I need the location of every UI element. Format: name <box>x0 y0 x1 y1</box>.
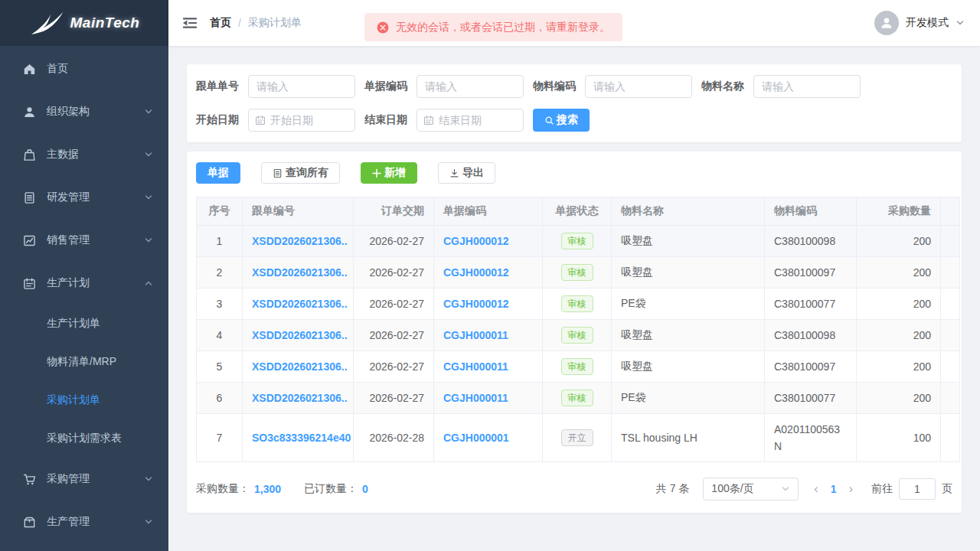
download-icon <box>449 168 459 178</box>
cell-purchase-qty: 200 <box>857 226 941 257</box>
search-button[interactable]: 搜索 <box>533 109 590 132</box>
sidebar-item-production-plan-order[interactable]: 生产计划单 <box>0 305 168 343</box>
cell-bill-status: 审核 <box>543 320 612 351</box>
sidebar-item-label: 首页 <box>47 62 68 76</box>
query-all-button[interactable]: 查询所有 <box>261 162 340 184</box>
status-badge: 审核 <box>561 295 593 312</box>
track-no-link[interactable]: XSDD2026021306.. <box>252 392 348 404</box>
chevron-down-icon <box>956 18 965 28</box>
filter-label-bill-code: 单据编码 <box>364 80 416 93</box>
column-header-material-code: 物料编码 <box>765 197 857 226</box>
filter-label-end-date: 结束日期 <box>364 113 416 127</box>
status-badge: 审核 <box>561 233 593 249</box>
column-header-order-date: 订单交期 <box>354 197 434 226</box>
sidebar-item-master-data[interactable]: 主数据 <box>0 133 168 176</box>
start-date-picker[interactable] <box>248 109 355 132</box>
track-no-input[interactable] <box>248 75 355 98</box>
page-size-value: 100条/页 <box>711 482 753 496</box>
pagination: 共 7 条 100条/页 ‹ 1 › 前往 页 <box>656 478 952 500</box>
sidebar-item-label: 主数据 <box>47 148 79 161</box>
add-button[interactable]: 新增 <box>361 162 417 184</box>
session-error-alert: 无效的会话，或者会话已过期，请重新登录。 <box>364 13 622 41</box>
sidebar-item-home[interactable]: 首页 <box>0 47 168 90</box>
sidebar-item-production[interactable]: 生产管理 <box>0 500 168 543</box>
bill-code-link[interactable]: CGJH000012 <box>443 298 509 310</box>
sidebar-item-label: 生产管理 <box>47 515 90 529</box>
start-date-input[interactable] <box>270 114 348 126</box>
bill-code-input[interactable] <box>416 75 524 98</box>
bag-icon <box>23 148 36 161</box>
end-date-input[interactable] <box>439 114 517 126</box>
status-badge: 审核 <box>561 358 593 375</box>
cell-material-code: C380100097 <box>765 351 857 383</box>
cell-track-no: SO3c833396214e40 <box>243 414 354 462</box>
table-row: 2XSDD2026021306..2026-02-27CGJH000012审核吸… <box>197 257 960 289</box>
material-name-input[interactable] <box>753 75 861 98</box>
bill-code-link[interactable]: CGJH000012 <box>443 266 509 279</box>
bill-code-link[interactable]: CGJH000001 <box>443 432 509 444</box>
bill-code-link[interactable]: CGJH000011 <box>443 392 508 404</box>
cell-purchase-qty: 200 <box>857 351 941 383</box>
cell-bill-code: CGJH000011 <box>434 320 543 351</box>
cell-bill-code: CGJH000011 <box>434 351 543 383</box>
track-no-link[interactable]: XSDD2026021306.. <box>252 235 348 247</box>
end-date-picker[interactable] <box>416 109 524 132</box>
bill-code-link[interactable]: CGJH000012 <box>443 235 509 247</box>
cell-track-no: XSDD2026021306.. <box>243 383 354 414</box>
cell-purchase-qty: 200 <box>857 289 941 320</box>
breadcrumb-home[interactable]: 首页 <box>210 16 231 30</box>
document-icon <box>273 168 283 178</box>
next-page-button[interactable]: › <box>844 482 858 496</box>
goto-page-input[interactable] <box>899 478 936 500</box>
cell-order-date: 2026-02-28 <box>354 414 434 462</box>
cell-seq: 2 <box>197 257 243 289</box>
breadcrumb-separator: / <box>238 17 241 29</box>
cell-blank <box>941 414 960 462</box>
page-size-select[interactable]: 100条/页 <box>703 478 799 500</box>
sidebar-item-purchase-plan-demand[interactable]: 采购计划需求表 <box>0 419 168 458</box>
ordered-qty-label: 已订数量： <box>304 482 358 496</box>
breadcrumb: 首页 / 采购计划单 <box>210 16 302 30</box>
user-menu[interactable]: 开发模式 <box>874 11 965 35</box>
alert-message: 无效的会话，或者会话已过期，请重新登录。 <box>396 21 610 34</box>
table-row: 5XSDD2026021306..2026-02-27CGJH000011审核吸… <box>197 351 960 383</box>
prev-page-button[interactable]: ‹ <box>809 482 822 496</box>
page-number-1[interactable]: 1 <box>823 483 844 495</box>
sidebar-item-mrp[interactable]: 物料清单/MRP <box>0 343 168 381</box>
danju-button[interactable]: 单据 <box>196 162 240 184</box>
track-no-link[interactable]: XSDD2026021306.. <box>252 298 348 310</box>
cell-blank <box>941 289 960 320</box>
track-no-link[interactable]: XSDD2026021306.. <box>252 266 348 279</box>
track-no-link[interactable]: XSDD2026021306.. <box>252 329 348 341</box>
filter-grid: 跟单单号单据编码物料编码物料名称开始日期结束日期 搜索 <box>196 75 952 132</box>
cell-material-name: TSL housing LH <box>612 414 765 462</box>
cell-order-date: 2026-02-27 <box>354 320 434 351</box>
cell-bill-status: 审核 <box>543 226 612 257</box>
bill-code-link[interactable]: CGJH000011 <box>443 360 508 373</box>
sidebar-item-purchase-plan-order[interactable]: 采购计划单 <box>0 381 168 419</box>
status-badge: 审核 <box>561 327 593 344</box>
cell-seq: 3 <box>197 289 243 320</box>
status-badge: 开立 <box>561 429 593 446</box>
sidebar-item-rnd[interactable]: 研发管理 <box>0 176 168 219</box>
cell-blank <box>941 351 960 383</box>
error-circle-icon <box>377 21 389 34</box>
table-panel: 单据 查询所有 新增 <box>187 152 962 513</box>
calendar-icon <box>423 115 434 126</box>
export-button[interactable]: 导出 <box>438 162 495 184</box>
sidebar-item-purchasing[interactable]: 采购管理 <box>0 458 168 500</box>
sidebar: MainTech 首页组织架构主数据研发管理销售管理生产计划生产计划单物料清单/… <box>0 0 168 551</box>
sidebar-fold-icon[interactable] <box>182 15 198 31</box>
bill-code-link[interactable]: CGJH000011 <box>443 329 508 341</box>
filter-field-start-date: 开始日期 <box>196 109 364 132</box>
username: 开发模式 <box>906 16 949 30</box>
sidebar-item-org[interactable]: 组织架构 <box>0 90 168 133</box>
track-no-link[interactable]: SO3c833396214e40 <box>252 432 351 444</box>
material-code-input[interactable] <box>585 75 692 98</box>
sidebar-menu: 首页组织架构主数据研发管理销售管理生产计划生产计划单物料清单/MRP采购计划单采… <box>0 46 168 551</box>
sidebar-item-label: 销售管理 <box>47 233 90 247</box>
sidebar-item-production-plan[interactable]: 生产计划 <box>0 262 168 305</box>
track-no-link[interactable]: XSDD2026021306.. <box>252 360 348 373</box>
cell-material-name: 吸塑盘 <box>612 320 765 351</box>
sidebar-item-sales[interactable]: 销售管理 <box>0 219 168 262</box>
